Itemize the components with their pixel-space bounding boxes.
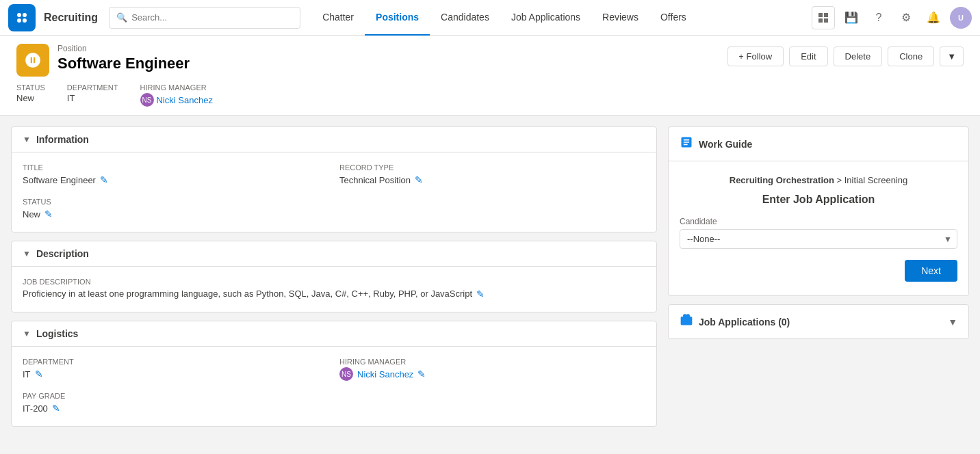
record-hiring-manager-field: Hiring Manager NS Nicki Sanchez [140, 83, 213, 107]
information-chevron-icon: ▼ [23, 135, 31, 144]
record-type-field-value: Technical Position [339, 175, 411, 185]
nav-link-offers[interactable]: Offers [649, 0, 697, 36]
information-section-header[interactable]: ▼ Information [12, 127, 656, 152]
help-icon[interactable]: ? [868, 7, 890, 29]
work-guide-title: Work Guide [699, 139, 752, 150]
main-right: Work Guide Recruiting Orchestration > In… [668, 126, 969, 339]
record-department-field: Department IT [67, 83, 118, 107]
logistics-hiring-manager-avatar: NS [339, 367, 353, 381]
work-guide-path: Recruiting Orchestration > Initial Scree… [680, 175, 957, 185]
search-input[interactable] [131, 12, 293, 23]
job-applications-card: Job Applications (0) ▼ [668, 304, 969, 339]
record-title: Software Engineer [57, 55, 190, 72]
logistics-department-value: IT [23, 369, 31, 379]
description-chevron-icon: ▼ [23, 249, 31, 258]
title-field-value: Software Engineer [23, 175, 96, 185]
department-value: IT [67, 93, 118, 103]
settings-icon[interactable]: ⚙ [895, 7, 917, 29]
svg-point-1 [23, 13, 27, 17]
candidate-select-group: Candidate --None-- ▼ [680, 217, 957, 249]
logistics-section-header[interactable]: ▼ Logistics [12, 321, 656, 347]
nav-link-candidates[interactable]: Candidates [430, 0, 500, 36]
work-guide-next-row: Next [680, 260, 957, 282]
save-icon[interactable]: 💾 [840, 7, 862, 29]
logistics-hiring-manager-link[interactable]: Nicki Sanchez [357, 369, 413, 379]
delete-button[interactable]: Delete [834, 46, 883, 66]
nav-right-icons: 💾 ? ⚙ 🔔 U [812, 6, 972, 29]
clone-button[interactable]: Clone [888, 46, 934, 66]
logistics-hiring-manager-label: Hiring Manager [339, 358, 645, 366]
svg-rect-6 [818, 18, 823, 23]
status-edit-icon[interactable]: ✎ [43, 207, 54, 221]
work-guide-card: Work Guide Recruiting Orchestration > In… [668, 126, 969, 296]
title-edit-icon[interactable]: ✎ [99, 173, 109, 187]
nav-link-reviews[interactable]: Reviews [591, 0, 649, 36]
record-actions: + Follow Edit Delete Clone ▼ [727, 46, 964, 66]
more-actions-button[interactable]: ▼ [940, 46, 964, 66]
job-applications-title: Job Applications (0) [699, 317, 790, 328]
work-guide-icon [680, 135, 693, 152]
description-section-body: Job Description Proficiency in at least … [12, 267, 656, 312]
nav-link-positions[interactable]: Positions [365, 0, 430, 36]
record-type-field-label: Record Type [339, 163, 645, 172]
job-applications-expand-icon[interactable]: ▼ [948, 317, 957, 328]
nav-link-chatter[interactable]: Chatter [311, 0, 365, 36]
description-section: ▼ Description Job Description Proficienc… [11, 241, 657, 312]
follow-button[interactable]: + Follow [727, 46, 784, 66]
title-field: Title Software Engineer ✎ [23, 163, 328, 187]
svg-rect-4 [818, 13, 823, 17]
record-type-edit-icon[interactable]: ✎ [413, 173, 424, 187]
record-object-icon [16, 44, 49, 77]
logistics-section-body: Department IT ✎ Hiring Manager NS Nicki … [12, 347, 656, 426]
svg-rect-5 [824, 13, 828, 17]
logistics-hiring-manager-edit-icon[interactable]: ✎ [416, 367, 427, 381]
edit-button[interactable]: Edit [789, 46, 827, 66]
job-description-edit-icon[interactable]: ✎ [475, 287, 486, 301]
orchestration-label: Recruiting Orchestration [730, 175, 834, 185]
job-applications-header: Job Applications (0) ▼ [669, 305, 968, 338]
record-status-field: Status New [16, 83, 45, 107]
candidate-select[interactable]: --None-- [680, 229, 957, 249]
nav-links: Chatter Positions Candidates Job Applica… [311, 0, 806, 36]
record-type-label: Position [57, 44, 190, 53]
work-guide-body: Recruiting Orchestration > Initial Scree… [669, 161, 968, 295]
logistics-section-title: Logistics [36, 328, 78, 339]
job-applications-icon [680, 313, 693, 330]
status-field-label: Status [23, 198, 328, 206]
status-field: Status New ✎ [23, 198, 328, 221]
work-guide-step: Enter Job Application [680, 193, 957, 206]
job-description-label: Job Description [23, 278, 645, 286]
svg-rect-7 [824, 18, 828, 23]
department-label: Department [67, 83, 118, 92]
notifications-icon[interactable]: 🔔 [923, 7, 944, 29]
path-stage: Initial Screening [844, 175, 908, 185]
user-avatar[interactable]: U [950, 7, 972, 29]
information-section-title: Information [36, 134, 89, 145]
hiring-manager-label: Hiring Manager [140, 83, 213, 92]
job-description-value: Proficiency in at least one programming … [23, 287, 472, 301]
search-icon: 🔍 [116, 12, 127, 23]
title-field-label: Title [23, 163, 328, 172]
next-button[interactable]: Next [905, 260, 957, 282]
main-layout: ▼ Information Title Software Engineer ✎ … [0, 116, 980, 438]
record-meta: Status New Department IT Hiring Manager … [16, 83, 964, 115]
logistics-section: ▼ Logistics Department IT ✎ Hiring Manag… [11, 321, 657, 427]
status-value: New [16, 93, 45, 103]
description-section-header[interactable]: ▼ Description [12, 241, 656, 267]
nav-link-job-applications[interactable]: Job Applications [500, 0, 591, 36]
information-section: ▼ Information Title Software Engineer ✎ … [11, 126, 657, 232]
record-type-field: Record Type Technical Position ✎ [339, 163, 645, 187]
job-description-field: Job Description Proficiency in at least … [23, 278, 645, 301]
search-bar[interactable]: 🔍 [109, 7, 300, 29]
logistics-chevron-icon: ▼ [23, 329, 31, 338]
hiring-manager-avatar: NS [140, 93, 154, 107]
status-label: Status [16, 83, 45, 92]
grid-icon [814, 8, 833, 27]
logistics-department-edit-icon[interactable]: ✎ [34, 367, 44, 381]
svg-point-0 [17, 13, 21, 17]
hiring-manager-link[interactable]: Nicki Sanchez [157, 95, 213, 105]
path-arrow: > [837, 175, 844, 185]
nav-icon-group-switcher[interactable] [812, 6, 835, 29]
pay-grade-edit-icon[interactable]: ✎ [51, 401, 62, 415]
logistics-hiring-manager-field: Hiring Manager NS Nicki Sanchez ✎ [339, 358, 645, 381]
